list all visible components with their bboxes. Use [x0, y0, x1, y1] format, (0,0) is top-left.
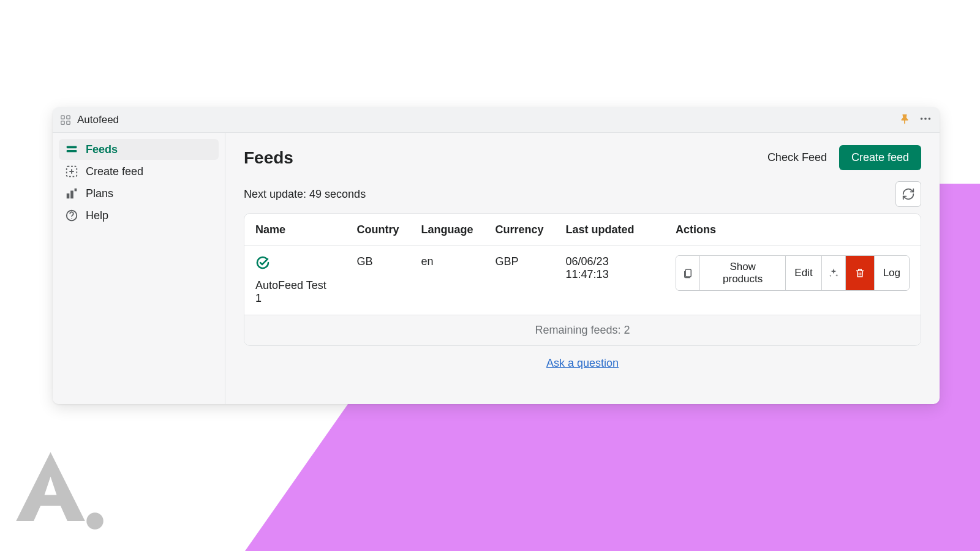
edit-button[interactable]: Edit: [785, 256, 821, 290]
sidebar-item-label: Help: [86, 209, 108, 222]
sidebar-item-plans[interactable]: Plans: [59, 183, 219, 204]
sidebar-item-label: Feeds: [86, 143, 118, 156]
check-feed-button[interactable]: Check Feed: [764, 146, 831, 169]
plans-icon: [65, 187, 78, 200]
col-name: Name: [244, 214, 346, 246]
sparkle-icon: [828, 268, 839, 279]
svg-rect-8: [67, 146, 77, 149]
svg-rect-3: [61, 121, 64, 124]
create-feed-button[interactable]: Create feed: [839, 145, 921, 170]
sidebar-item-label: Plans: [86, 187, 113, 200]
brand-logo: [12, 444, 104, 539]
svg-rect-1: [61, 115, 64, 118]
pin-icon[interactable]: [899, 113, 910, 127]
svg-point-5: [921, 118, 923, 120]
feed-currency: GBP: [484, 246, 555, 315]
svg-rect-4: [67, 121, 70, 124]
page-title: Feeds: [244, 148, 293, 168]
log-button[interactable]: Log: [874, 256, 909, 290]
ask-question-link[interactable]: Ask a question: [546, 357, 619, 369]
feeds-table-card: Name Country Language Currency Last upda…: [244, 213, 921, 346]
feed-last-updated: 06/06/23 11:47:13: [555, 246, 665, 315]
app-window: Autofeed Feeds Create feed: [53, 107, 940, 404]
svg-point-0: [86, 512, 104, 530]
feed-name: AutoFeed Test 1: [255, 279, 335, 305]
sidebar-item-feeds[interactable]: Feeds: [59, 139, 219, 160]
col-last-updated: Last updated: [555, 214, 665, 246]
show-products-button[interactable]: Show products: [699, 256, 785, 290]
svg-point-15: [71, 218, 72, 219]
col-currency: Currency: [484, 214, 555, 246]
copy-button[interactable]: [676, 256, 699, 290]
refresh-button[interactable]: [895, 181, 921, 207]
svg-rect-16: [685, 269, 691, 277]
check-circle-icon: [255, 255, 335, 273]
sidebar-item-help[interactable]: Help: [59, 205, 219, 226]
remaining-feeds-footer: Remaining feeds: 2: [244, 315, 921, 345]
svg-rect-13: [75, 189, 77, 192]
app-title: Autofeed: [77, 114, 119, 126]
delete-button[interactable]: [845, 256, 874, 290]
feeds-icon: [65, 143, 78, 156]
app-grid-icon: [60, 114, 71, 126]
trash-icon: [854, 268, 865, 279]
feeds-table: Name Country Language Currency Last upda…: [244, 214, 921, 315]
sidebar-item-create-feed[interactable]: Create feed: [59, 161, 219, 182]
more-horizontal-icon[interactable]: [919, 112, 932, 128]
col-language: Language: [410, 214, 484, 246]
svg-rect-2: [67, 115, 70, 118]
row-action-group: Show products Edit Log: [676, 255, 910, 291]
main-content: Feeds Check Feed Create feed Next update…: [225, 133, 940, 404]
svg-point-6: [924, 118, 927, 120]
next-update-text: Next update: 49 seconds: [244, 188, 366, 201]
refresh-icon: [902, 187, 915, 201]
sidebar-item-label: Create feed: [86, 165, 143, 178]
col-actions: Actions: [665, 214, 921, 246]
titlebar: Autofeed: [53, 107, 940, 133]
svg-rect-9: [67, 150, 77, 152]
svg-point-7: [929, 118, 931, 120]
table-row: AutoFeed Test 1 GB en GBP 06/06/23 11:47…: [244, 246, 921, 315]
feed-country: GB: [346, 246, 410, 315]
col-country: Country: [346, 214, 410, 246]
feed-language: en: [410, 246, 484, 315]
svg-rect-12: [70, 190, 74, 198]
create-dashed-icon: [65, 165, 78, 178]
magic-button[interactable]: [821, 256, 845, 290]
sidebar: Feeds Create feed Plans Help: [53, 133, 225, 404]
help-icon: [65, 209, 78, 222]
clipboard-icon: [682, 268, 693, 279]
svg-rect-11: [67, 193, 70, 198]
